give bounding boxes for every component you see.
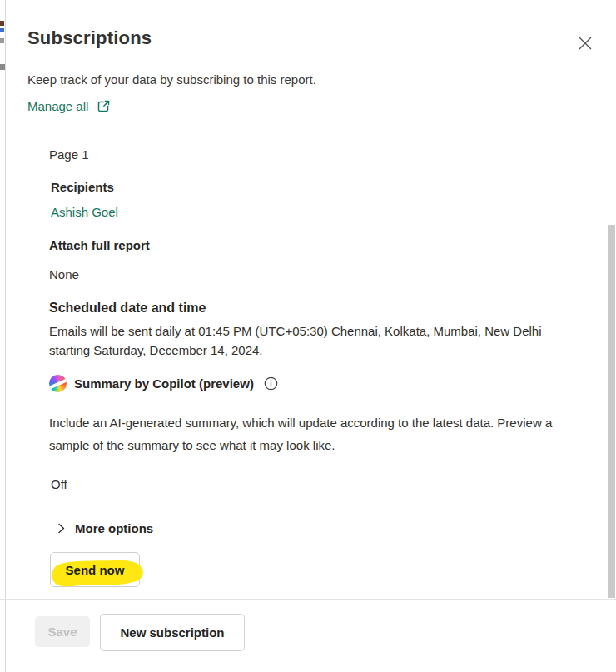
attach-full-report-value: None	[49, 267, 79, 281]
close-button[interactable]	[575, 33, 595, 53]
new-subscription-button[interactable]: New subscription	[100, 614, 245, 651]
copilot-icon	[49, 375, 67, 392]
copilot-summary-row: Summary by Copilot (preview)	[49, 375, 278, 392]
edge-artifact	[0, 38, 4, 43]
footer-divider	[0, 599, 616, 600]
attach-full-report-label: Attach full report	[49, 238, 150, 252]
recipients-label: Recipients	[51, 180, 114, 194]
edge-artifact	[0, 21, 4, 26]
manage-all-label: Manage all	[27, 99, 88, 113]
edge-artifact	[0, 64, 5, 70]
schedule-description: Emails will be sent daily at 01:45 PM (U…	[49, 321, 577, 360]
page-title: Subscriptions	[27, 27, 152, 49]
more-options-label: More options	[75, 521, 153, 535]
copilot-toggle-state: Off	[51, 477, 67, 491]
subscription-detail-section: Page 1 Recipients Ashish Goel Attach ful…	[0, 133, 616, 599]
copilot-description: Include an AI-generated summary, which w…	[49, 411, 586, 456]
copilot-summary-label: Summary by Copilot (preview)	[74, 376, 254, 391]
send-now-button[interactable]: Send now	[50, 552, 140, 587]
vertical-scrollbar[interactable]	[608, 225, 615, 598]
send-now-label: Send now	[66, 563, 125, 577]
scheduled-date-time-label: Scheduled date and time	[49, 301, 206, 316]
page-selector-value[interactable]: Page 1	[49, 147, 89, 162]
manage-all-link[interactable]: Manage all	[27, 99, 111, 113]
more-options-expander[interactable]: More options	[57, 521, 153, 535]
chevron-right-icon	[57, 523, 66, 534]
save-button[interactable]: Save	[35, 616, 90, 647]
subscriptions-panel: Subscriptions Keep track of your data by…	[0, 0, 616, 672]
recipient-link[interactable]: Ashish Goel	[51, 205, 118, 219]
edge-artifact	[0, 28, 4, 32]
external-link-icon	[97, 99, 111, 113]
info-icon[interactable]	[264, 376, 278, 391]
close-icon	[578, 36, 593, 51]
panel-description: Keep track of your data by subscribing t…	[27, 72, 316, 87]
